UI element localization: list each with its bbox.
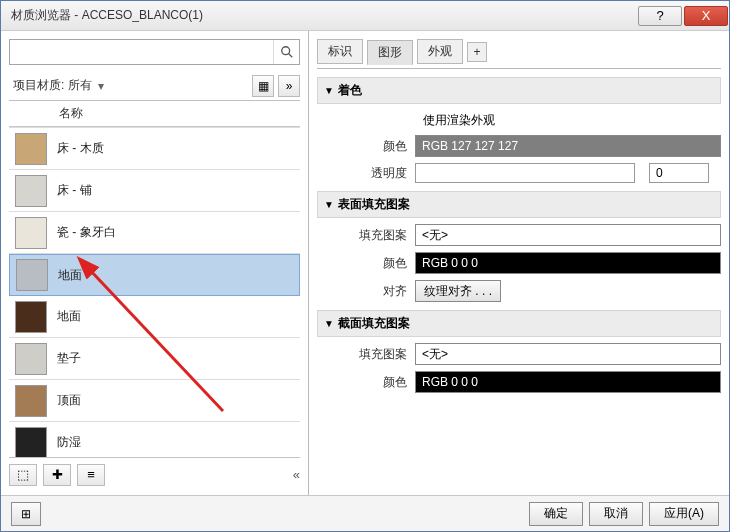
cancel-button[interactable]: 取消 [589, 502, 643, 526]
texture-align-button[interactable]: 纹理对齐 . . . [415, 280, 501, 302]
list-item[interactable]: 床 - 木质 [9, 128, 300, 170]
transparency-slider[interactable] [415, 163, 635, 183]
ok-button[interactable]: 确定 [529, 502, 583, 526]
right-panel: 标识 图形 外观 + ▼着色 使用渲染外观 颜色 RGB 127 127 127… [309, 31, 729, 495]
shading-color-value[interactable]: RGB 127 127 127 [415, 135, 721, 157]
filter-label[interactable]: 项目材质: 所有 [9, 77, 96, 94]
surface-title: 表面填充图案 [338, 196, 410, 213]
surface-color-value[interactable]: RGB 0 0 0 [415, 252, 721, 274]
dialog-body: 项目材质: 所有 ▾ ▦ » 名称 床 - 木质 床 - 铺 瓷 - 象牙白 地… [1, 31, 729, 495]
search-input[interactable] [10, 40, 273, 64]
swatch-icon [15, 385, 47, 417]
collapse-icon: ▼ [324, 85, 334, 96]
library-button[interactable]: ⬚ [9, 464, 37, 486]
left-panel: 项目材质: 所有 ▾ ▦ » 名称 床 - 木质 床 - 铺 瓷 - 象牙白 地… [1, 31, 309, 495]
swatch-icon [16, 259, 48, 291]
list-item-label: 床 - 木质 [57, 140, 104, 157]
swatch-icon [15, 427, 47, 458]
cut-section: ▼截面填充图案 填充图案 <无> 颜色 RGB 0 0 0 [317, 310, 721, 393]
material-list[interactable]: 床 - 木质 床 - 铺 瓷 - 象牙白 地面 地面 垫子 顶面 防湿 [9, 127, 300, 457]
cut-title: 截面填充图案 [338, 315, 410, 332]
expand-icon[interactable]: « [293, 467, 300, 482]
list-item[interactable]: 顶面 [9, 380, 300, 422]
cut-header[interactable]: ▼截面填充图案 [317, 310, 721, 337]
footer: ⊞ 确定 取消 应用(A) [1, 495, 729, 531]
surface-pattern-label: 填充图案 [317, 227, 415, 244]
list-item-label: 地面 [57, 308, 81, 325]
tabs: 标识 图形 外观 + [317, 39, 721, 69]
view-mode-button[interactable]: ▦ [252, 75, 274, 97]
shading-header[interactable]: ▼着色 [317, 77, 721, 104]
use-render-row: 使用渲染外观 [417, 112, 721, 129]
surface-color-label: 颜色 [317, 255, 415, 272]
list-item-label: 顶面 [57, 392, 81, 409]
shading-color-label: 颜色 [317, 138, 415, 155]
swatch-icon [15, 343, 47, 375]
transparency-value[interactable]: 0 [649, 163, 709, 183]
list-item[interactable]: 瓷 - 象牙白 [9, 212, 300, 254]
tab-appearance[interactable]: 外观 [417, 39, 463, 64]
more-button[interactable]: » [278, 75, 300, 97]
shading-title: 着色 [338, 82, 362, 99]
window-title: 材质浏览器 - ACCESO_BLANCO(1) [11, 7, 637, 24]
close-button[interactable]: X [684, 6, 728, 26]
use-render-label: 使用渲染外观 [423, 112, 495, 129]
surface-align-label: 对齐 [317, 283, 415, 300]
swatch-icon [15, 175, 47, 207]
collapse-icon: ▼ [324, 199, 334, 210]
surface-section: ▼表面填充图案 填充图案 <无> 颜色 RGB 0 0 0 对齐 纹理对齐 . … [317, 191, 721, 302]
tab-identity[interactable]: 标识 [317, 39, 363, 64]
list-header-name[interactable]: 名称 [9, 101, 300, 127]
search-icon[interactable] [273, 40, 299, 64]
cut-color-value[interactable]: RGB 0 0 0 [415, 371, 721, 393]
swatch-icon [15, 217, 47, 249]
list-item-label: 防湿 [57, 434, 81, 451]
filter-dropdown-icon[interactable]: ▾ [98, 79, 104, 93]
list-item-label: 地面 [58, 267, 82, 284]
cut-color-label: 颜色 [317, 374, 415, 391]
list-item-selected[interactable]: 地面 [9, 254, 300, 296]
list-item-label: 床 - 铺 [57, 182, 92, 199]
tab-graphics[interactable]: 图形 [367, 40, 413, 65]
list-item[interactable]: 防湿 [9, 422, 300, 457]
filter-row: 项目材质: 所有 ▾ ▦ » [9, 71, 300, 101]
list-mode-button[interactable]: ≡ [77, 464, 105, 486]
list-item[interactable]: 地面 [9, 296, 300, 338]
surface-pattern-value[interactable]: <无> [415, 224, 721, 246]
apply-button[interactable]: 应用(A) [649, 502, 719, 526]
list-item[interactable]: 床 - 铺 [9, 170, 300, 212]
swatch-icon [15, 133, 47, 165]
shading-section: ▼着色 使用渲染外观 颜色 RGB 127 127 127 透明度 0 [317, 77, 721, 183]
search-row [9, 39, 300, 65]
swatch-icon [15, 301, 47, 333]
cut-pattern-label: 填充图案 [317, 346, 415, 363]
cut-pattern-value[interactable]: <无> [415, 343, 721, 365]
svg-line-1 [288, 54, 292, 58]
list-item-label: 瓷 - 象牙白 [57, 224, 116, 241]
transparency-label: 透明度 [317, 165, 415, 182]
tab-add-button[interactable]: + [467, 42, 487, 62]
surface-header[interactable]: ▼表面填充图案 [317, 191, 721, 218]
svg-point-0 [281, 47, 289, 55]
material-browser-dialog: 材质浏览器 - ACCESO_BLANCO(1) ? X 项目材质: 所有 ▾ … [0, 0, 730, 532]
list-item[interactable]: 垫子 [9, 338, 300, 380]
collapse-icon: ▼ [324, 318, 334, 329]
list-item-label: 垫子 [57, 350, 81, 367]
help-button[interactable]: ? [638, 6, 682, 26]
titlebar[interactable]: 材质浏览器 - ACCESO_BLANCO(1) ? X [1, 1, 729, 31]
footer-icon-button[interactable]: ⊞ [11, 502, 41, 526]
left-toolbar: ⬚ ✚ ≡ « [9, 457, 300, 487]
add-material-button[interactable]: ✚ [43, 464, 71, 486]
